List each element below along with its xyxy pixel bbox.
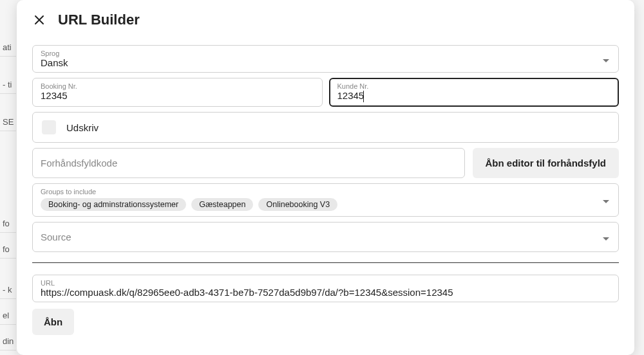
bg-item: fo [0,241,16,259]
language-select[interactable]: Sprog Dansk [32,45,619,73]
booking-number-input[interactable]: Booking Nr. 12345 [32,78,323,107]
print-checkbox-field[interactable]: Udskriv [32,112,619,143]
customer-value: 12345 [337,90,611,102]
prefill-placeholder: Forhåndsfyldkode [41,158,117,168]
booking-value: 12345 [41,90,314,101]
chevron-down-icon [603,232,609,242]
bg-item: fo [0,215,16,233]
modal-title: URL Builder [58,12,140,28]
bg-item: ati [0,39,16,57]
close-button[interactable] [32,13,46,27]
chevron-down-icon [603,54,609,64]
url-label: URL [41,279,611,287]
booking-label: Booking Nr. [41,82,314,90]
bg-item: - ti [0,76,16,94]
print-label: Udskriv [66,122,99,133]
url-builder-modal: URL Builder Sprog Dansk Booking Nr. 1234… [17,0,634,355]
source-placeholder: Source [41,232,71,242]
url-value: https://compuask.dk/q/82965ee0-adb3-4371… [41,287,611,298]
group-chip[interactable]: Gæsteappen [191,198,253,211]
group-chip[interactable]: Onlinebooking V3 [258,198,337,211]
language-value: Dansk [41,57,611,68]
group-chip[interactable]: Booking- og adminstrationssystemer [41,198,186,211]
open-prefill-editor-button[interactable]: Åbn editor til forhåndsfyld [473,148,620,178]
bg-item: - k [0,281,16,299]
language-label: Sprog [41,50,611,57]
print-checkbox[interactable] [42,120,56,134]
prefill-code-input[interactable]: Forhåndsfyldkode [32,148,465,178]
open-button[interactable]: Åbn [32,309,74,335]
chevron-down-icon [603,195,609,205]
bg-item: el [0,307,16,325]
bg-item: din [0,332,16,350]
customer-number-input[interactable]: Kunde Nr. 12345 [329,78,620,107]
groups-select[interactable]: Groups to include Booking- og adminstrat… [32,183,619,217]
source-select[interactable]: Source [32,222,619,252]
divider [32,262,619,263]
bg-item: SE [0,113,16,131]
url-output[interactable]: URL https://compuask.dk/q/82965ee0-adb3-… [32,275,619,302]
customer-label: Kunde Nr. [337,82,611,90]
groups-label: Groups to include [41,188,611,196]
